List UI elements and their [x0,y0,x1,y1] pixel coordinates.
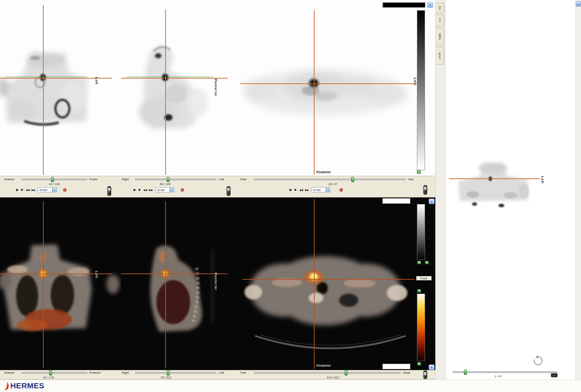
step-back-button[interactable]: ◀◀ [299,188,303,192]
spin-down-icon: ▼ [171,190,173,192]
fusion-grayscale-colorbar[interactable] [417,204,425,260]
tab-study-2[interactable]: P-J [436,14,444,26]
pet-control-band: Anterior Poster 42 / 128 ▶ ■ ◀◀ ▶▶ 16 fp… [0,176,435,197]
fps-input[interactable]: 16 fps [38,187,52,192]
orientation-label: Left [413,78,417,86]
colorbar-handle[interactable] [425,261,429,264]
fusion-axial-image [239,197,417,370]
orientation-label: Posterior [214,79,218,97]
fusion-coronal-image [0,197,121,370]
fusion-scroll-up-button[interactable]: ▲ [429,199,435,204]
slider-handle[interactable] [167,177,170,182]
slider-min-label: Anterior [4,371,15,374]
colorbar-lower-handle[interactable] [417,170,421,174]
tab-label: synch [439,52,441,59]
fusion-scroll-down-button[interactable]: ▼ [429,364,435,370]
fusion-sagittal-view[interactable]: Posterior [121,197,239,370]
pet-coronal-view[interactable]: Left [0,0,121,176]
scroll-up-button[interactable]: ▲ [576,1,581,7]
pet-sagittal-view[interactable]: Posterior [121,0,239,176]
colorbar-handle[interactable] [417,362,421,366]
tab-study-3[interactable]: MIBIs [436,28,444,46]
tab-study-4[interactable]: synch [436,47,444,65]
slice-counter: 76 / 512 [154,376,178,379]
slider-handle[interactable] [167,370,170,375]
slider-handle[interactable] [351,177,354,182]
pet-colormap-dropdown-arrow[interactable]: ▼ [427,2,433,8]
pet-sagittal-image [121,0,239,176]
pet-sagittal-slice-slider[interactable] [135,179,217,180]
pet-colormap-select[interactable] [382,2,426,8]
reference-coronal-image[interactable] [449,158,541,217]
play-button[interactable]: ▶ [134,188,136,192]
hermes-logo: HERMES [3,381,44,391]
fusion-colormap-select[interactable] [382,198,410,204]
zoom-slider[interactable] [423,185,427,195]
slice-counter: 34 / 97 [321,182,345,186]
play-button[interactable]: ▶ [290,188,292,192]
step-back-button[interactable]: ◀◀ [143,188,147,192]
fusion-coronal-slice-slider[interactable] [21,372,87,374]
fps-spinner[interactable]: ▲ ▼ [170,187,174,192]
pet-axial-view[interactable]: Left Posterior [239,0,417,176]
fusion-sagittal-image [121,197,239,370]
flame-icon [3,381,10,391]
reference-line [5,77,87,77]
slider-handle[interactable] [464,370,467,375]
pet-coronal-slice-slider[interactable] [21,179,87,180]
fusion-hot-colorbar[interactable] [417,294,425,361]
crosshair-horizontal [121,273,228,274]
play-button[interactable]: ▶ [16,188,19,192]
tab-study-1[interactable]: EA [436,3,444,13]
pet-axial-slice-slider[interactable] [254,179,406,180]
tab-label: MIBIs [439,33,441,40]
orientation-label-bottom: Posterior [316,170,331,174]
step-back-button[interactable]: ◀◀ [26,188,30,192]
reference-slice-slider[interactable] [453,371,558,373]
fusion-sagittal-slice-slider[interactable] [135,372,217,374]
slider-min-label: Right [122,371,129,374]
fps-spinner[interactable]: ▲ ▼ [52,187,57,192]
colorbar-handle[interactable] [417,289,421,293]
slider-handle[interactable] [51,177,54,182]
step-forward-button[interactable]: ▶▶ [149,188,153,192]
stop-button[interactable]: ■ [294,188,296,192]
slice-counter: 60 / 128 [153,182,177,186]
zoom-slider[interactable] [423,370,427,379]
fps-input[interactable]: 10 fps [155,187,170,192]
crosshair-vertical [165,10,166,175]
fusion-level-chip[interactable] [382,364,410,369]
stop-button[interactable]: ■ [21,188,23,192]
stop-button[interactable]: ■ [138,188,140,192]
crosshair-vertical [165,201,166,368]
orientation-label: Posterior [214,273,218,291]
slice-counter: 42 / 175 [37,376,60,379]
chevron-down-icon: ▼ [431,366,433,369]
record-indicator[interactable] [63,188,66,192]
fps-spinner[interactable]: ▲ ▼ [326,187,330,192]
slider-handle[interactable] [49,370,52,375]
pet-grayscale-colorbar[interactable] [417,10,425,170]
zoom-slider[interactable] [107,186,111,196]
fusion-coronal-view[interactable]: Left [0,197,121,370]
crosshair-vertical [43,5,44,175]
record-indicator[interactable] [339,188,343,192]
window-scrollbar[interactable]: ▲ [575,0,581,392]
pet-axial-image [239,0,417,176]
step-forward-button[interactable]: ▶▶ [32,188,36,192]
fusion-axial-view[interactable]: Posterior [239,197,417,370]
fps-input[interactable]: 10 fps [311,187,326,192]
colorbar-handle[interactable] [417,261,421,264]
fusion-axial-slice-slider[interactable] [254,372,401,374]
fusion-control-band: Anterior Posterior 42 / 175 Right Left 7… [0,370,435,380]
rotate-icon[interactable] [533,355,544,368]
collapse-button[interactable]: — [551,373,558,377]
zoom-slider[interactable] [226,186,230,196]
crosshair-horizontal [242,279,415,280]
slider-handle[interactable] [345,370,348,375]
chevron-up-icon: ▲ [431,200,433,203]
record-indicator[interactable] [181,188,184,192]
step-forward-button[interactable]: ▶▶ [305,188,309,192]
orientation-label: Left [541,176,544,184]
slice-counter: 1 / 97 [486,375,510,378]
